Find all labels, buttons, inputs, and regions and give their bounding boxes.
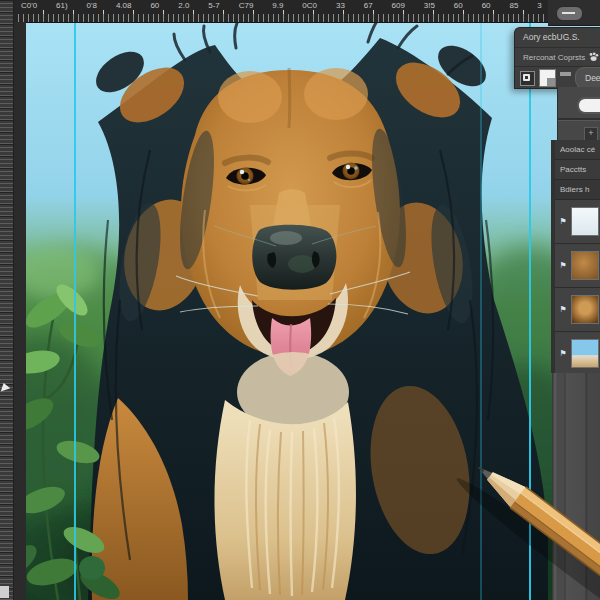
- layer-visibility-flag-icon[interactable]: ⚑: [558, 261, 568, 270]
- ruler-label: C0'0: [21, 1, 37, 10]
- layer-thumbnail-sky[interactable]: [571, 339, 599, 368]
- tool-options-panel[interactable]: Aory ecbUG.S. Rerconat Coprsts Deets.: [514, 27, 600, 89]
- right-panel-strip[interactable]: [552, 373, 600, 600]
- ruler-label: 5-7: [208, 1, 220, 10]
- pill-button[interactable]: [577, 97, 600, 114]
- collapse-button[interactable]: [556, 6, 583, 21]
- pasteboard-edge: [14, 22, 26, 600]
- ruler-label: 609: [392, 1, 405, 10]
- layer-row-2[interactable]: ⚑: [555, 244, 600, 288]
- ruler-label: C79: [239, 1, 254, 10]
- options-panel-title: Aory ecbUG.S.: [515, 28, 600, 48]
- color-swatches[interactable]: [539, 69, 556, 87]
- horizontal-ruler[interactable]: C0'0 61) 0'8 4.08 60 2.0 5-7 C79 9.9 0C0…: [13, 0, 550, 23]
- layer-thumbnail-white[interactable]: [571, 207, 599, 236]
- ruler-label: 67: [364, 1, 373, 10]
- ruler-label: 4.08: [116, 1, 132, 10]
- ruler-label: 33: [336, 1, 345, 10]
- ruler-label: 3!5: [424, 1, 435, 10]
- ruler-label: 60: [454, 1, 463, 10]
- subpanel-divider: [558, 118, 600, 120]
- ruler-label: 60: [150, 1, 159, 10]
- editor-window: C0'0 61) 0'8 4.08 60 2.0 5-7 C79 9.9 0C0…: [0, 0, 600, 600]
- marker-toggle-button[interactable]: [520, 71, 535, 86]
- canvas-image[interactable]: [0, 0, 600, 600]
- top-right-corner-bar: [548, 0, 600, 26]
- layer-row-4[interactable]: ⚑: [555, 332, 600, 376]
- canvas-guide-middle[interactable]: [480, 22, 482, 600]
- layer-thumbnail-fur[interactable]: [571, 251, 599, 280]
- panel-header-0[interactable]: Aoolac cé: [555, 140, 600, 160]
- add-button[interactable]: +: [584, 127, 598, 141]
- canvas-guide-left[interactable]: [74, 22, 76, 600]
- ruler-label: 0C0: [302, 1, 317, 10]
- ruler-label: 3: [537, 1, 541, 10]
- ruler-label: 61): [56, 1, 68, 10]
- ruler-label: 0'8: [87, 1, 97, 10]
- layer-visibility-flag-icon[interactable]: ⚑: [558, 349, 568, 358]
- canvas-guide-right[interactable]: [529, 22, 531, 600]
- layer-visibility-flag-icon[interactable]: ⚑: [558, 305, 568, 314]
- options-panel-subtitle: Rerconat Coprsts: [523, 53, 585, 62]
- ruler-label: 2.0: [178, 1, 189, 10]
- layer-thumbnail-dog[interactable]: [571, 295, 599, 324]
- mini-slider[interactable]: [560, 72, 571, 76]
- dog-artwork: [0, 0, 600, 600]
- side-panels-column: Aoolac cé Pacctts Bdiers h ⚑ ⚑ ⚑ ⚑: [551, 140, 600, 373]
- ruler-label: 85: [509, 1, 518, 10]
- paw-icon: [588, 52, 599, 62]
- left-toolstrip[interactable]: [0, 0, 14, 600]
- panel-header-1[interactable]: Pacctts: [555, 160, 600, 180]
- details-tab[interactable]: Deets.: [575, 67, 600, 89]
- layer-visibility-flag-icon[interactable]: ⚑: [558, 217, 568, 226]
- ruler-minor-ticks: [13, 14, 550, 22]
- ruler-label: 9.9: [272, 1, 283, 10]
- panel-header-2[interactable]: Bdiers h: [555, 180, 600, 200]
- layer-row-1[interactable]: ⚑: [555, 200, 600, 244]
- ruler-numbers: C0'0 61) 0'8 4.08 60 2.0 5-7 C79 9.9 0C0…: [13, 0, 550, 10]
- layer-row-3[interactable]: ⚑: [555, 288, 600, 332]
- bottom-left-chip: [0, 586, 9, 598]
- ruler-label: 60: [482, 1, 491, 10]
